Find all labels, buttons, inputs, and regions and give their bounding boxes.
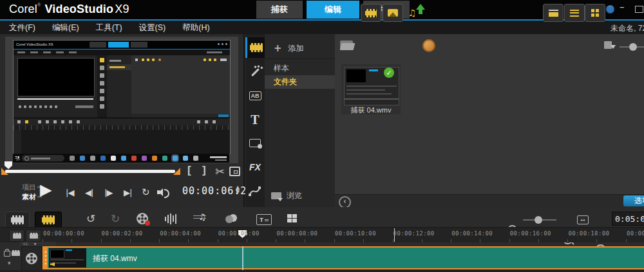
play-button[interactable]: ▶ <box>40 181 52 199</box>
mode-clip-toggle[interactable]: 素材 <box>22 192 36 202</box>
split-clip-scissors-icon[interactable]: ✂ <box>215 165 225 178</box>
speaker-cone <box>158 188 163 196</box>
nav-filter[interactable]: FX <box>245 157 265 177</box>
preview-timecode[interactable]: 00:00:06:21 <box>182 185 253 197</box>
clip-trim-grip[interactable] <box>44 248 48 268</box>
timeline-playhead-line[interactable] <box>242 246 243 272</box>
mini-taskbar-app-dot <box>193 156 198 161</box>
motion-tracking-button[interactable] <box>225 215 233 223</box>
nav-transition[interactable]: AB <box>245 86 265 106</box>
volume-icon[interactable] <box>157 188 169 197</box>
menu-item[interactable]: 工具(T) <box>96 23 122 33</box>
mark-out-button[interactable]: ] <box>202 164 206 177</box>
mode-project-toggle[interactable]: 项目 <box>22 183 36 192</box>
thumb-row <box>346 89 385 91</box>
thumb-blue-tab <box>369 69 378 71</box>
mini-taskbar-app-dot <box>183 156 188 161</box>
ruler-label: 00:00:12:00 <box>393 230 435 237</box>
ruler-label: 00:00:08:00 <box>276 230 317 237</box>
repeat-button[interactable]: ↻ <box>142 186 150 198</box>
menu-item[interactable]: 编辑(E) <box>52 23 79 33</box>
thumbnail-view-button[interactable] <box>543 4 564 22</box>
media-item-name: 捕获 04.wmv <box>336 105 406 115</box>
mini-taskbar-app-dot <box>100 156 106 161</box>
track-collapse-caret[interactable]: ▾ <box>8 260 11 266</box>
nav-instant-project[interactable] <box>245 62 265 82</box>
logo-corel: Corel <box>9 3 37 15</box>
mini-ruler <box>14 125 230 130</box>
thumb-taskbar <box>345 98 399 100</box>
previous-frame-button[interactable]: ◀| <box>85 188 93 197</box>
video-filter-icon <box>365 9 377 17</box>
grid-view-button[interactable] <box>585 4 605 22</box>
record-capture-button[interactable] <box>137 213 148 224</box>
auto-music-button[interactable]: ♫ <box>193 213 206 224</box>
nav-media[interactable] <box>245 37 265 58</box>
add-folder-button[interactable]: + 添加 <box>274 42 304 54</box>
undo-button[interactable]: ↺ <box>86 212 95 225</box>
list-view-button[interactable] <box>564 4 585 22</box>
filter-photo-button[interactable] <box>383 4 403 22</box>
subtitle-editor-button[interactable]: T <box>256 214 272 225</box>
timeline-ruler[interactable]: 00:00:00:0000:00:02:0000:00:04:0000:00:0… <box>0 227 644 242</box>
menu-item[interactable]: 设置(S) <box>139 23 166 33</box>
sound-mixer-button[interactable] <box>165 213 176 224</box>
filter-audio-button[interactable]: ♫ <box>402 4 422 22</box>
redo-button[interactable]: ↻ <box>111 212 120 225</box>
tab-capture[interactable]: 捕获 <box>256 1 303 19</box>
enlarge-preview-icon[interactable] <box>229 167 240 176</box>
ruler-tick <box>567 239 568 242</box>
timeline-clip[interactable]: 捕获 04.wmv <box>43 246 644 269</box>
folder-front <box>340 43 355 50</box>
menu-item[interactable]: 帮助(H) <box>182 23 209 33</box>
category-folder[interactable]: 文件夹 <box>265 75 335 89</box>
ripple-edit-button[interactable] <box>26 230 41 242</box>
filter-fx-icon: FX <box>249 162 261 172</box>
fit-project-button[interactable]: ↔ <box>577 215 589 224</box>
vr360-icon[interactable] <box>422 39 435 52</box>
nav-motion-path[interactable] <box>245 181 265 201</box>
ruler-tick <box>393 239 393 242</box>
mark-in-button[interactable]: [ <box>187 164 191 177</box>
next-frame-button[interactable]: |▶ <box>104 188 112 197</box>
timecode-spinner[interactable]: ▲ ▼ <box>236 185 240 194</box>
minimize-button[interactable]: – <box>620 1 625 13</box>
preview-video-frame[interactable]: Corel VideoStudio X9 <box>5 37 238 163</box>
timeline-view-button[interactable] <box>35 212 62 228</box>
track-add-remove-control[interactable]: +/- ▾ <box>19 242 56 246</box>
thumbnail-zoom-knob[interactable] <box>629 43 637 51</box>
nav-graphic[interactable] <box>245 132 265 153</box>
ruler-tick <box>509 239 510 242</box>
maximize-button[interactable] <box>635 6 643 13</box>
plus-icon: + <box>274 42 282 54</box>
preview-scrub-bar[interactable] <box>5 170 175 173</box>
jump-end-button[interactable]: ▶| <box>124 188 131 197</box>
list-view-icon <box>570 10 579 17</box>
timeline-timecode[interactable]: 0:05:09: <box>612 212 644 226</box>
spinner-down-icon[interactable]: ▼ <box>236 190 240 194</box>
timeline-zoom-knob[interactable] <box>535 216 542 224</box>
browse-button[interactable]: 浏览 <box>271 190 302 201</box>
options-button[interactable]: 选项 <box>623 195 644 206</box>
filter-video-button[interactable] <box>361 4 381 22</box>
menu-item[interactable]: 文件(F) <box>9 23 35 33</box>
thumb-video-rect <box>346 69 366 82</box>
ruler-tick <box>334 239 335 242</box>
globe-icon[interactable] <box>606 5 614 14</box>
nav-title[interactable]: T <box>245 109 265 130</box>
category-sample[interactable]: 样本 <box>265 62 335 75</box>
sort-button[interactable] <box>604 41 612 49</box>
ruler-mid-tick <box>130 239 131 242</box>
trim-end-handle[interactable] <box>173 168 180 175</box>
storyboard-view-button[interactable] <box>5 212 30 228</box>
jump-start-button[interactable]: |◀ <box>66 188 73 197</box>
ride-lock-icon[interactable] <box>4 251 10 257</box>
timeline-ruler-scale[interactable]: 00:00:00:0000:00:02:0000:00:04:0000:00:0… <box>41 228 644 243</box>
show-all-tracks-button[interactable] <box>9 230 24 242</box>
mini-taskbar-app-dot <box>152 156 157 161</box>
import-folder-icon[interactable] <box>340 41 354 50</box>
grid-view-icon <box>591 9 599 17</box>
tab-edit[interactable]: 编辑 <box>307 1 359 19</box>
video-track-header[interactable] <box>21 246 42 271</box>
split-screen-template-button[interactable] <box>287 214 298 224</box>
